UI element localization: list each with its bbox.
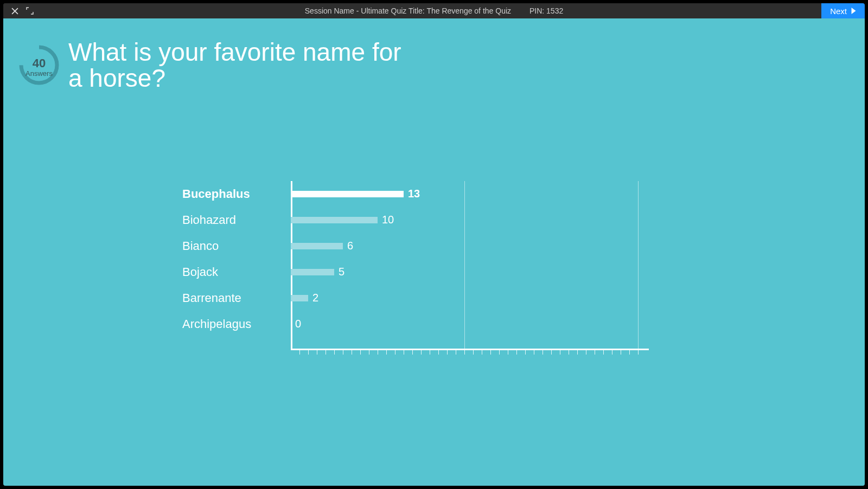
svg-marker-2 [852, 8, 856, 14]
axis-tick [508, 350, 508, 355]
axis-tick [542, 350, 543, 355]
chart-category-label: Barrenante [182, 291, 291, 305]
close-icon[interactable] [11, 7, 18, 15]
chart-row: Barrenante2 [182, 285, 671, 311]
chart-value-label: 13 [408, 188, 420, 200]
titlebar: Session Name - Ultimate Quiz Title: The … [3, 3, 865, 18]
axis-tick [412, 350, 413, 355]
chart-category-label: Bucephalus [182, 187, 291, 201]
axis-tick [569, 350, 569, 355]
axis-tick [464, 350, 465, 355]
axis-tick [482, 350, 482, 355]
axis-tick [395, 350, 395, 355]
chart-bar-cell: 5 [291, 259, 649, 285]
axis-tick [638, 350, 639, 355]
axis-tick [456, 350, 456, 355]
chart-bar-cell: 2 [291, 285, 649, 311]
answers-label: Answers [18, 69, 60, 78]
axis-tick [595, 350, 595, 355]
axis-tick [430, 350, 430, 355]
axis-tick [560, 350, 560, 355]
chart-bar [291, 217, 378, 223]
pin-label: PIN: [529, 7, 544, 15]
chart-category-label: Bianco [182, 239, 291, 253]
axis-tick [499, 350, 500, 355]
chart-value-label: 10 [382, 214, 394, 226]
chart-bar-cell: 6 [291, 233, 649, 259]
expand-icon[interactable] [26, 7, 34, 15]
axis-tick [308, 350, 309, 355]
axis-tick [603, 350, 604, 355]
titlebar-left [3, 7, 34, 15]
chart-bar-cell: 10 [291, 207, 649, 233]
axis-tick [551, 350, 552, 355]
chart-value-label: 0 [295, 318, 301, 330]
axis-tick [299, 350, 300, 355]
axis-tick [473, 350, 474, 355]
next-button-label: Next [830, 7, 847, 16]
axis-tick [334, 350, 335, 355]
axis-tick [438, 350, 439, 355]
title-separator: - [356, 7, 361, 15]
axis-x [291, 349, 649, 350]
axis-tick [577, 350, 578, 355]
content-area: 40 Answers What is your favorite name fo… [3, 18, 865, 486]
axis-tick [378, 350, 378, 355]
axis-tick [343, 350, 343, 355]
chart-row: Bojack5 [182, 259, 671, 285]
chart-value-label: 5 [339, 266, 344, 278]
chart-row: Bucephalus13 [182, 181, 671, 207]
axis-tick [516, 350, 517, 355]
chart-bar [291, 191, 404, 197]
chart-row: Biohazard10 [182, 207, 671, 233]
chart-category-label: Archipelagus [182, 317, 291, 331]
chart-bar [291, 269, 334, 275]
axis-tick [317, 350, 317, 355]
axis-tick [612, 350, 612, 355]
chart-row: Bianco6 [182, 233, 671, 259]
chart-rows: Bucephalus13Biohazard10Bianco6Bojack5Bar… [182, 181, 671, 337]
quiz-title: Ultimate Quiz Title: The Revenge of the … [361, 7, 511, 15]
axis-tick [421, 350, 422, 355]
question-text: What is your favorite name for a horse? [68, 39, 405, 92]
axis-tick [629, 350, 630, 355]
chevron-right-icon [851, 7, 856, 16]
session-name: Session Name [305, 7, 354, 15]
chart-value-label: 2 [312, 292, 318, 304]
axis-tick [326, 350, 326, 355]
chart-bar-cell: 0 [291, 311, 649, 337]
results-chart: Bucephalus13Biohazard10Bianco6Bojack5Bar… [182, 181, 671, 337]
answers-counter: 40 Answers [18, 44, 60, 86]
chart-value-label: 6 [347, 240, 353, 252]
chart-category-label: Biohazard [182, 213, 291, 227]
axis-tick [404, 350, 404, 355]
chart-bar [291, 243, 343, 249]
axis-tick [360, 350, 361, 355]
axis-tick [490, 350, 491, 355]
chart-bar [291, 295, 308, 301]
titlebar-title: Session Name - Ultimate Quiz Title: The … [3, 7, 865, 15]
axis-tick [621, 350, 621, 355]
chart-category-label: Bojack [182, 265, 291, 279]
axis-tick [534, 350, 534, 355]
app-window: Session Name - Ultimate Quiz Title: The … [3, 3, 865, 486]
pin-value: 1532 [546, 7, 563, 15]
axis-tick [369, 350, 369, 355]
chart-row: Archipelagus0 [182, 311, 671, 337]
axis-tick [386, 350, 387, 355]
axis-tick [586, 350, 586, 355]
axis-tick [352, 350, 352, 355]
axis-tick [525, 350, 526, 355]
next-button[interactable]: Next [821, 3, 865, 18]
answers-count: 40 [18, 56, 60, 70]
chart-bar-cell: 13 [291, 181, 649, 207]
axis-tick [447, 350, 448, 355]
